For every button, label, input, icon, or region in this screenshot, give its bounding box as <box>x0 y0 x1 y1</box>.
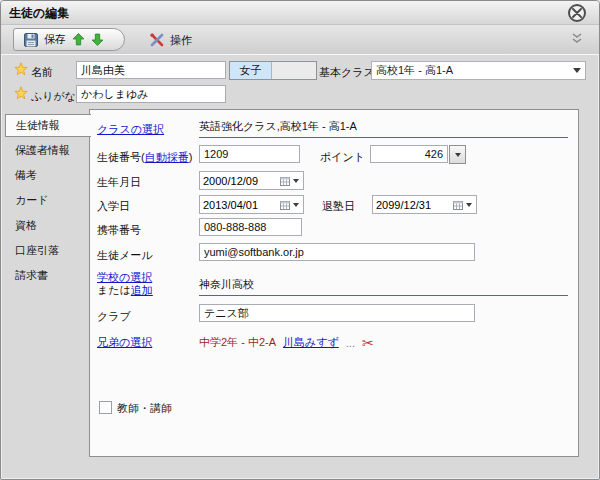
gender-segment-other[interactable] <box>272 62 316 79</box>
dropdown-arrow-icon <box>455 153 461 157</box>
gender-toggle: 女子 <box>229 61 317 80</box>
action-menu-button[interactable]: 操作 <box>149 29 192 51</box>
toolbar-overflow-button[interactable] <box>571 33 583 46</box>
save-group: 保存 <box>13 28 125 51</box>
move-up-button[interactable] <box>72 33 85 46</box>
email-input[interactable] <box>199 243 475 261</box>
tab-qualification[interactable]: 資格 <box>5 213 90 238</box>
mobile-label: 携帯番号 <box>97 223 141 238</box>
enroll-date-picker-button[interactable] <box>276 200 303 210</box>
scissors-icon[interactable]: ✂ <box>362 336 374 350</box>
furigana-input[interactable] <box>76 85 226 103</box>
birth-date-field <box>199 171 304 190</box>
school-add-label: または追加 <box>97 283 153 298</box>
mobile-input[interactable] <box>199 218 302 236</box>
green-down-arrow-icon <box>91 33 104 46</box>
furigana-label: ふりがな <box>31 89 76 104</box>
tab-account-debit[interactable]: 口座引落 <box>5 238 90 263</box>
required-star-icon <box>14 86 28 100</box>
crossed-tools-icon <box>149 32 165 48</box>
class-select-link[interactable]: クラスの選択 <box>97 122 164 137</box>
gender-segment-female[interactable]: 女子 <box>230 62 272 79</box>
student-number-input[interactable] <box>199 145 300 163</box>
sibling-class-value: 中学2年 - 中2-A <box>199 335 276 350</box>
sibling-ellipsis: ... <box>346 337 355 349</box>
calendar-icon <box>280 200 290 210</box>
student-number-label-suffix: ) <box>189 151 193 163</box>
email-label: 生徒メール <box>97 248 153 263</box>
enroll-date-field <box>199 195 304 214</box>
name-input[interactable] <box>76 61 226 79</box>
auto-number-link[interactable]: 自動採番 <box>145 151 189 163</box>
leave-date-label: 退塾日 <box>322 199 355 214</box>
student-number-label-prefix: 生徒番号( <box>97 151 145 163</box>
tab-remarks[interactable]: 備考 <box>5 163 90 188</box>
teacher-checkbox[interactable] <box>99 401 112 414</box>
enroll-date-label: 入学日 <box>97 199 130 214</box>
leave-date-picker-button[interactable] <box>449 200 476 210</box>
sibling-row: 中学2年 - 中2-A 川島みすず ... ✂ <box>199 335 374 350</box>
dropdown-arrow-icon <box>293 203 299 207</box>
dropdown-arrow-icon <box>293 179 299 183</box>
school-or-text: または <box>97 284 131 296</box>
points-input[interactable] <box>370 145 448 163</box>
name-label: 名前 <box>31 65 53 80</box>
action-menu-label: 操作 <box>170 33 192 48</box>
close-icon <box>572 8 582 18</box>
class-select-value: 英語強化クラス,高校1年 - 高1-A <box>199 119 568 138</box>
club-label: クラブ <box>97 309 131 324</box>
green-up-arrow-icon <box>72 33 85 46</box>
leave-date-field <box>372 195 477 214</box>
dialog-title: 生徒の編集 <box>9 5 69 22</box>
base-class-label: 基本クラス <box>319 65 375 80</box>
toolbar: 保存 操作 <box>1 25 599 55</box>
title-bar: 生徒の編集 <box>1 1 599 25</box>
sibling-select-link[interactable]: 兄弟の選択 <box>97 335 152 350</box>
student-number-label: 生徒番号(自動採番) <box>97 150 192 165</box>
birth-date-input[interactable] <box>200 174 276 188</box>
student-info-panel: クラスの選択 英語強化クラス,高校1年 - 高1-A 生徒番号(自動採番) ポイ… <box>89 109 579 457</box>
close-button[interactable] <box>568 4 586 22</box>
enroll-date-input[interactable] <box>200 198 276 212</box>
base-class-dropdown[interactable]: 高校1年 - 高1-A <box>371 61 586 80</box>
calendar-icon <box>280 176 290 186</box>
dropdown-arrow-icon <box>466 203 472 207</box>
tab-card[interactable]: カード <box>5 188 90 213</box>
sidebar-tabs: 生徒情報 保護者情報 備考 カード 資格 口座引落 請求書 <box>5 113 90 288</box>
birth-date-label: 生年月日 <box>97 175 141 190</box>
tab-invoice[interactable]: 請求書 <box>5 263 90 288</box>
sibling-name-link[interactable]: 川島みすず <box>283 335 339 350</box>
dropdown-arrow-icon <box>573 68 581 73</box>
leave-date-input[interactable] <box>373 198 449 212</box>
move-down-button[interactable] <box>91 33 104 46</box>
club-input[interactable] <box>199 304 475 322</box>
save-button-label[interactable]: 保存 <box>44 32 66 47</box>
school-add-link[interactable]: 追加 <box>131 284 153 296</box>
teacher-checkbox-label: 教師・講師 <box>117 401 172 416</box>
double-chevron-down-icon <box>571 33 583 44</box>
birth-date-picker-button[interactable] <box>276 176 303 186</box>
save-button[interactable] <box>24 33 38 47</box>
points-label: ポイント <box>320 150 365 165</box>
calendar-icon <box>453 200 463 210</box>
floppy-disk-icon <box>24 33 38 47</box>
school-value: 神奈川高校 <box>199 277 568 296</box>
required-star-icon <box>14 62 28 76</box>
points-dropdown-button[interactable] <box>449 145 466 164</box>
base-class-value: 高校1年 - 高1-A <box>376 63 573 78</box>
tab-student-info[interactable]: 生徒情報 <box>5 114 91 137</box>
tab-guardian-info[interactable]: 保護者情報 <box>5 138 90 163</box>
edit-student-dialog: 生徒の編集 保存 <box>0 0 600 480</box>
